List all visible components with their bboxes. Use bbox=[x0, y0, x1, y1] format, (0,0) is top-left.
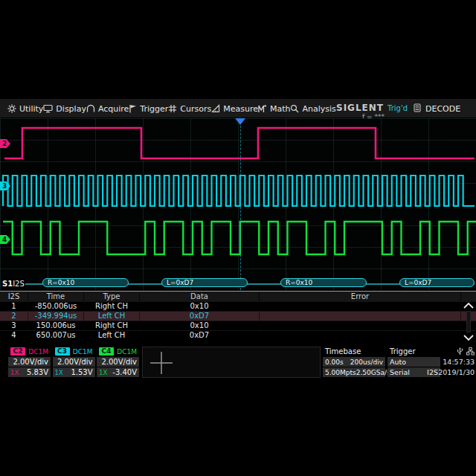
menu-item-analysis[interactable]: Analysis bbox=[290, 104, 335, 114]
menu-item-label: Cursors bbox=[180, 104, 211, 114]
acquire-icon bbox=[86, 104, 95, 113]
menu-item-trigger[interactable]: Trigger bbox=[129, 104, 168, 114]
brand-block: SIGLENTTrig'd f = *** bbox=[336, 100, 411, 118]
table-cell bbox=[260, 302, 461, 311]
menu-items: UtilityDisplayAcquireTriggerCursorsMeasu… bbox=[0, 99, 336, 118]
trigger-position-marker[interactable] bbox=[235, 118, 245, 125]
trigger-title: Trigger bbox=[390, 347, 416, 356]
table-row[interactable]: 4650.007usLeft CH0xD7 bbox=[0, 330, 476, 340]
menu-item-label: Analysis bbox=[302, 104, 335, 114]
decode-bubble: L=0xD7 bbox=[399, 278, 475, 287]
table-header-type: Type bbox=[84, 292, 140, 301]
table-cell: -850.006us bbox=[28, 302, 84, 311]
channel-box-c2[interactable]: C2 DC1M 2.00V/div 1X 5.83V bbox=[8, 347, 51, 378]
lan-icon bbox=[466, 347, 475, 356]
channel-probe: 1X bbox=[99, 369, 107, 376]
menu-item-cursors[interactable]: Cursors bbox=[168, 104, 211, 114]
oscilloscope-screen: UtilityDisplayAcquireTriggerCursorsMeasu… bbox=[0, 99, 476, 379]
measure-icon bbox=[211, 104, 220, 113]
table-cell bbox=[260, 321, 461, 330]
table-cell: 2 bbox=[0, 312, 28, 321]
channel-coupling: DC1M bbox=[73, 348, 93, 356]
table-scrollbar bbox=[462, 301, 475, 342]
channel-scale: 2.00V/div bbox=[13, 358, 48, 366]
table-cell: 650.007us bbox=[28, 331, 84, 340]
channel-offset: 1.53V bbox=[71, 368, 92, 376]
table-cell: 3 bbox=[0, 321, 28, 330]
table-header-row: I2STimeTypeDataError bbox=[0, 292, 476, 301]
menu-item-label: Measure bbox=[223, 104, 258, 114]
table-header-data: Data bbox=[140, 292, 260, 301]
timebase-samplerate: 2.50GSa/s bbox=[356, 369, 390, 376]
channel-probe: 1X bbox=[55, 369, 63, 376]
channel-probe: 1X bbox=[10, 369, 19, 376]
usb-icon bbox=[457, 347, 463, 356]
channel-box-c3[interactable]: C3 DC1M 2.00V/div 1X 1.53V bbox=[53, 347, 95, 378]
table-header-time: Time bbox=[28, 292, 84, 301]
decode-bus: S1I2S R=0x10L=0xD7R=0x10L=0xD7 bbox=[0, 278, 476, 290]
channel-offset: -3.40V bbox=[112, 368, 137, 376]
table-row[interactable]: 3150.006usRight CH0x10 bbox=[0, 321, 476, 330]
table-cell: 0xD7 bbox=[140, 331, 260, 340]
table-header-i2s: I2S bbox=[0, 292, 28, 301]
menu-item-label: Acquire bbox=[98, 104, 129, 114]
decode-tab-label: DECODE bbox=[425, 104, 460, 114]
channel-badge: C4 bbox=[99, 347, 114, 356]
decode-result-table: I2STimeTypeDataError 1-850.006usRight CH… bbox=[0, 291, 476, 342]
timebase-memory: 5.00Mpts bbox=[325, 369, 356, 376]
decode-list-icon bbox=[414, 103, 421, 115]
cursors-icon bbox=[168, 104, 177, 113]
menu-item-decode[interactable]: DECODE bbox=[414, 99, 460, 118]
decode-bubble: R=0x10 bbox=[42, 278, 129, 287]
clock-time: 14:57:33 bbox=[443, 358, 475, 366]
table-row[interactable]: 1-850.006usRight CH0x10 bbox=[0, 301, 476, 311]
trigger-mode: Auto bbox=[390, 358, 406, 366]
table-cell: Left CH bbox=[84, 312, 140, 321]
table-cell: -349.994us bbox=[28, 312, 84, 321]
channel-scale: 2.00V/div bbox=[101, 358, 137, 366]
trigger-type: Serial bbox=[390, 368, 410, 376]
table-cell bbox=[260, 312, 461, 321]
trigger-box[interactable]: Trigger Auto SerialI2S bbox=[387, 347, 440, 378]
menu-item-label: Trigger bbox=[140, 104, 168, 114]
waveform-area[interactable]: 234 bbox=[0, 118, 476, 290]
table-cell: 0xD7 bbox=[140, 312, 260, 321]
waveform-plot bbox=[0, 118, 476, 290]
bus-protocol-label: I2S bbox=[13, 280, 25, 288]
channel-badge: C2 bbox=[10, 347, 25, 356]
trigger-protocol: I2S bbox=[427, 368, 438, 376]
table-cell: 4 bbox=[0, 331, 28, 340]
menu-item-label: Math bbox=[270, 104, 291, 114]
decode-bubble: R=0x10 bbox=[280, 278, 367, 287]
trigger-status: Trig'd bbox=[387, 104, 408, 112]
menu-item-math[interactable]: Math bbox=[258, 104, 291, 114]
waveform-trace bbox=[3, 176, 475, 206]
trigger-flag-icon bbox=[129, 104, 137, 113]
table-cell: Left CH bbox=[84, 331, 140, 340]
table-row[interactable]: 2-349.994usLeft CH0xD7 bbox=[0, 311, 476, 321]
analysis-icon bbox=[290, 104, 299, 113]
channel-badge: C3 bbox=[55, 347, 70, 356]
menu-bar: UtilityDisplayAcquireTriggerCursorsMeasu… bbox=[0, 99, 476, 118]
trigger-position-line bbox=[240, 118, 241, 290]
waveform-trace bbox=[4, 128, 475, 158]
timebase-box[interactable]: Timebase 0.00s200us/div 5.00Mpts2.50GSa/… bbox=[323, 347, 385, 378]
channel-scale: 2.00V/div bbox=[57, 358, 93, 366]
scrollbar-track[interactable] bbox=[466, 311, 471, 332]
channel-box-c4[interactable]: C4 DC1M 2.00V/div 1X -3.40V bbox=[97, 347, 139, 378]
datetime-box: 14:57:33 2019/1/30 bbox=[442, 347, 476, 378]
status-bar: C2 DC1M 2.00V/div 1X 5.83V C3 DC1M 2.00V… bbox=[0, 347, 476, 379]
channel-coupling: DC1M bbox=[28, 348, 48, 356]
table-cell: Right CH bbox=[84, 302, 140, 311]
menu-item-utility[interactable]: Utility bbox=[7, 104, 43, 114]
channel-offset: 5.83V bbox=[27, 368, 48, 376]
scroll-down-button[interactable] bbox=[462, 333, 475, 342]
siglent-logo: SIGLENT bbox=[336, 103, 384, 113]
table-cell: 150.006us bbox=[28, 321, 84, 330]
menu-item-acquire[interactable]: Acquire bbox=[86, 104, 129, 114]
gear-icon bbox=[7, 104, 16, 113]
menu-item-display[interactable]: Display bbox=[43, 104, 86, 114]
menu-item-measure[interactable]: Measure bbox=[211, 104, 258, 114]
display-icon bbox=[43, 104, 53, 113]
scroll-up-button[interactable] bbox=[462, 301, 475, 310]
